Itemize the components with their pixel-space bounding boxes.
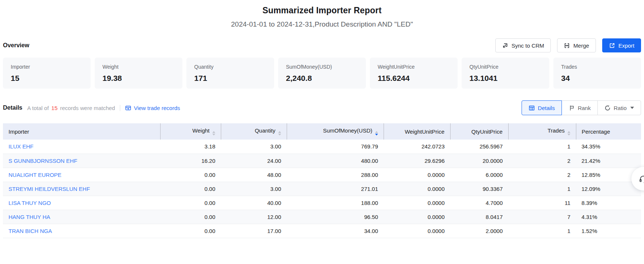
sort-desc-caret bbox=[375, 134, 378, 136]
export-button[interactable]: Export bbox=[602, 38, 641, 52]
importer-link[interactable]: LISA THUY NGO bbox=[9, 200, 51, 206]
sort-icon[interactable] bbox=[278, 131, 281, 136]
details-left: Details A total of15records were matched… bbox=[3, 104, 180, 111]
details-bar: Details A total of15records were matched… bbox=[3, 100, 641, 116]
sort-desc-caret bbox=[278, 134, 281, 136]
cell-trades: 2 bbox=[508, 154, 576, 168]
importer-link[interactable]: TRAN BICH NGA bbox=[9, 228, 52, 234]
headset-icon bbox=[638, 174, 644, 184]
cell-weightunitprice: 0.0000 bbox=[384, 210, 450, 224]
column-label: Percentage bbox=[582, 128, 610, 135]
export-icon bbox=[609, 42, 615, 49]
sort-icon[interactable] bbox=[212, 131, 215, 136]
overview-actions: Sync to CRM Merge Export bbox=[495, 38, 641, 52]
chevron-down-icon bbox=[630, 107, 634, 109]
cell-importer: LISA THUY NGO bbox=[3, 196, 160, 210]
tab-rank[interactable]: Rank bbox=[562, 100, 598, 115]
cell-percentage: 8.39% bbox=[576, 196, 641, 210]
view-trade-records-link[interactable]: View trade records bbox=[125, 105, 180, 111]
stat-label: Trades bbox=[561, 64, 633, 70]
importer-link[interactable]: NUALIGHT EUROPE bbox=[9, 172, 61, 178]
importer-link[interactable]: S GUNNBJORNSSON EHF bbox=[9, 158, 77, 164]
ratio-circle-icon bbox=[604, 105, 611, 111]
cell-weightunitprice: 29.6296 bbox=[384, 154, 450, 168]
stat-label: Weight bbox=[102, 64, 175, 70]
cell-trades: 11 bbox=[508, 196, 576, 210]
sync-to-crm-button[interactable]: Sync to CRM bbox=[495, 38, 551, 52]
overview-heading: Overview bbox=[3, 42, 29, 49]
cell-sumofmoney-usd: 96.50 bbox=[287, 210, 384, 224]
cell-importer: ILUX EHF bbox=[3, 140, 160, 154]
cell-importer: S GUNNBJORNSSON EHF bbox=[3, 154, 160, 168]
stat-label: Quantity bbox=[194, 64, 266, 70]
importer-link[interactable]: STREYMI HEILDVERSLUN EHF bbox=[9, 186, 90, 192]
cell-weight: 0.00 bbox=[160, 168, 221, 182]
sync-to-crm-icon bbox=[502, 42, 508, 49]
stat-label: SumOfMoney(USD) bbox=[286, 64, 358, 70]
column-label: Weight bbox=[192, 127, 209, 134]
table-row: LISA THUY NGO0.0040.00188.000.00004.7000… bbox=[3, 196, 641, 210]
stat-value: 13.1041 bbox=[469, 74, 542, 83]
column-header-percentage: Percentage bbox=[576, 123, 641, 140]
match-summary: A total of15records were matched bbox=[27, 105, 115, 111]
cell-importer: NUALIGHT EUROPE bbox=[3, 168, 160, 182]
sort-icon[interactable] bbox=[567, 131, 570, 136]
sort-asc-caret bbox=[567, 131, 570, 133]
sort-icon[interactable] bbox=[375, 131, 378, 136]
column-label: QtyUnitPrice bbox=[471, 128, 502, 135]
sort-asc-caret bbox=[278, 131, 281, 133]
column-label: Quantity bbox=[255, 127, 276, 134]
vertical-divider bbox=[120, 105, 120, 111]
column-header-sumofmoney-usd[interactable]: SumOfMoney(USD) bbox=[287, 123, 384, 140]
sort-asc-caret bbox=[375, 131, 378, 133]
merge-icon bbox=[564, 42, 570, 49]
cell-percentage: 21.42% bbox=[576, 154, 641, 168]
importer-link[interactable]: HANG THUY HA bbox=[9, 214, 50, 220]
tab-details[interactable]: Details bbox=[522, 100, 562, 115]
page-subtitle: 2024-01-01 to 2024-12-31,Product Descrip… bbox=[0, 20, 644, 28]
stat-label: WeightUnitPrice bbox=[378, 64, 450, 70]
cell-quantity: 17.00 bbox=[221, 224, 287, 238]
column-header-quantity[interactable]: Quantity bbox=[221, 123, 287, 140]
cell-trades: 7 bbox=[508, 210, 576, 224]
column-header-trades[interactable]: Trades bbox=[508, 123, 576, 140]
cell-qtyunitprice: 8.0417 bbox=[450, 210, 508, 224]
cell-weight: 0.00 bbox=[160, 182, 221, 196]
table-header-row: ImporterWeightQuantitySumOfMoney(USD)Wei… bbox=[3, 123, 641, 140]
table-row: STREYMI HEILDVERSLUN EHF0.003.00271.010.… bbox=[3, 182, 641, 196]
stat-card-quantity: Quantity171 bbox=[186, 58, 274, 89]
cell-sumofmoney-usd: 271.01 bbox=[287, 182, 384, 196]
stat-value: 19.38 bbox=[102, 74, 175, 83]
cell-quantity: 3.00 bbox=[221, 182, 287, 196]
report-header: Summarized Importer Report 2024-01-01 to… bbox=[0, 0, 644, 28]
stat-card-weightunitprice: WeightUnitPrice115.6244 bbox=[370, 58, 458, 89]
stat-label: QtyUnitPrice bbox=[469, 64, 542, 70]
stat-value: 171 bbox=[194, 74, 266, 83]
view-switcher: Details Rank Ratio bbox=[522, 100, 641, 115]
table-body: ILUX EHF3.183.00769.79242.0723256.596713… bbox=[3, 140, 641, 238]
tab-ratio[interactable]: Ratio bbox=[597, 100, 641, 115]
column-header-weight[interactable]: Weight bbox=[160, 123, 221, 140]
cell-weightunitprice: 0.0000 bbox=[384, 196, 450, 210]
tab-rank-label: Rank bbox=[578, 105, 591, 111]
cell-weightunitprice: 242.0723 bbox=[384, 140, 450, 154]
view-trade-records-label: View trade records bbox=[134, 105, 180, 111]
stat-card-importer: Importer15 bbox=[3, 58, 91, 89]
cell-qtyunitprice: 6.0000 bbox=[450, 168, 508, 182]
importer-link[interactable]: ILUX EHF bbox=[9, 143, 34, 150]
cell-trades: 1 bbox=[508, 182, 576, 196]
cell-weight: 16.20 bbox=[160, 154, 221, 168]
stats-cards: Importer15Weight19.38Quantity171SumOfMon… bbox=[3, 58, 641, 89]
cell-quantity: 24.00 bbox=[221, 154, 287, 168]
cell-quantity: 12.00 bbox=[221, 210, 287, 224]
export-label: Export bbox=[618, 42, 634, 49]
merge-button[interactable]: Merge bbox=[557, 38, 596, 52]
cell-weightunitprice: 0.0000 bbox=[384, 224, 450, 238]
cell-trades: 1 bbox=[508, 140, 576, 154]
cell-quantity: 40.00 bbox=[221, 196, 287, 210]
cell-qtyunitprice: 20.0000 bbox=[450, 154, 508, 168]
trade-records-icon bbox=[125, 105, 131, 111]
sort-asc-caret bbox=[212, 131, 215, 133]
cell-qtyunitprice: 2.0000 bbox=[450, 224, 508, 238]
stat-value: 34 bbox=[561, 74, 633, 83]
